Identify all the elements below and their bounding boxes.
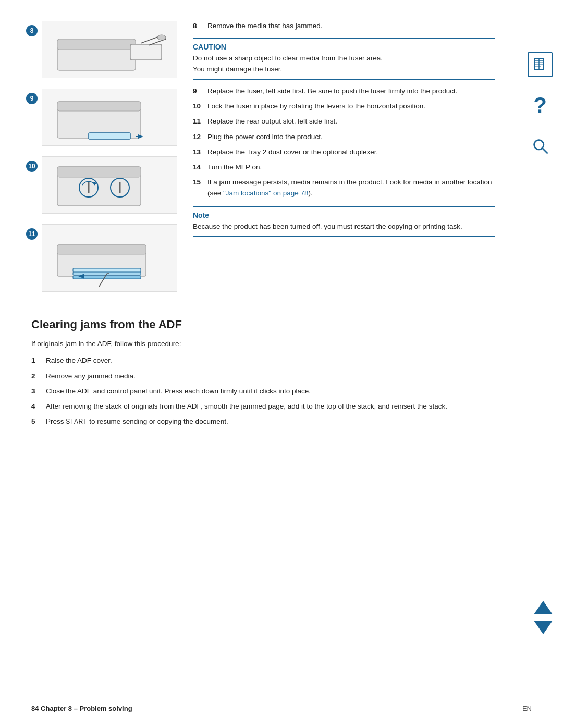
adf-section-heading: Clearing jams from the ADF xyxy=(31,318,495,331)
step-8-image: 8 xyxy=(31,21,177,78)
note-title: Note xyxy=(193,211,495,219)
step-10-illustration xyxy=(42,156,177,214)
left-column: 8 9 xyxy=(31,21,177,302)
step-8-text: 8 Remove the media that has jammed. xyxy=(193,21,495,31)
adf-step-1: 1 Raise the ADF cover. xyxy=(31,355,495,366)
question-icon-box[interactable]: ? xyxy=(528,93,553,118)
main-content: 8 9 xyxy=(31,21,532,302)
note-box: Note Because the product has been turned… xyxy=(193,206,495,237)
footer-language: EN xyxy=(522,705,532,712)
caution-text: Do not use a sharp object to clear media… xyxy=(193,53,495,75)
svg-rect-16 xyxy=(89,133,130,139)
adf-section-intro: If originals jam in the ADF, follow this… xyxy=(31,339,495,349)
step-9-illustration xyxy=(42,89,177,146)
step-12-text: 12 Plug the power cord into the product. xyxy=(193,132,495,142)
adf-section: Clearing jams from the ADF If originals … xyxy=(31,318,532,427)
question-icon: ? xyxy=(533,94,547,116)
svg-rect-15 xyxy=(57,102,141,111)
book-icon xyxy=(532,57,548,72)
steps-9-15: 9 Replace the fuser, left side first. Be… xyxy=(193,86,495,199)
search-icon-box[interactable] xyxy=(528,133,553,158)
svg-rect-10 xyxy=(130,44,162,60)
start-label: Start xyxy=(66,418,87,425)
step-15-text: 15 If a jam message persists, media rema… xyxy=(193,177,495,199)
arrow-up-icon[interactable] xyxy=(534,601,553,614)
svg-point-13 xyxy=(157,35,166,40)
step-11-image: 11 xyxy=(31,224,177,292)
adf-step-4: 4 After removing the stack of originals … xyxy=(31,401,495,412)
jam-locations-link[interactable]: "Jam locations" on page 78 xyxy=(223,189,308,197)
step-10-text: 10 Lock the fuser in place by rotating t… xyxy=(193,101,495,112)
step-11-text: 11 Replace the rear output slot, left si… xyxy=(193,116,495,127)
arrow-down-icon[interactable] xyxy=(534,621,553,634)
adf-step-2: 2 Remove any jammed media. xyxy=(31,371,495,381)
search-icon xyxy=(531,137,549,155)
step-9-image: 9 xyxy=(31,89,177,146)
step-11-badge: 11 xyxy=(26,228,38,240)
svg-rect-28 xyxy=(73,268,141,272)
page-footer: 84 Chapter 8 – Problem solving EN xyxy=(31,700,532,712)
step-8-illustration xyxy=(42,21,177,78)
step-13-text: 13 Replace the Tray 2 dust cover or the … xyxy=(193,147,495,157)
caution-box: CAUTION Do not use a sharp object to cle… xyxy=(193,38,495,80)
step-11-illustration xyxy=(42,224,177,292)
footer-chapter: 84 Chapter 8 – Problem solving xyxy=(31,705,132,712)
svg-rect-20 xyxy=(57,167,141,177)
step-10-badge: 10 xyxy=(26,161,38,172)
step-14-text: 14 Turn the MFP on. xyxy=(193,162,495,172)
right-column: 8 Remove the media that has jammed. CAUT… xyxy=(193,21,532,302)
step-9-badge: 9 xyxy=(26,93,38,104)
sidebar-icons: ? xyxy=(528,52,553,158)
step-10-image: 10 xyxy=(31,156,177,214)
step-9-text: 9 Replace the fuser, left side first. Be… xyxy=(193,86,495,96)
caution-title: CAUTION xyxy=(193,43,495,51)
svg-rect-9 xyxy=(57,39,136,50)
adf-step-5: 5 Press Start to resume sending or copyi… xyxy=(31,416,495,427)
book-icon-box[interactable] xyxy=(528,52,553,77)
svg-line-7 xyxy=(543,149,547,153)
step-8-badge: 8 xyxy=(26,25,38,36)
svg-rect-27 xyxy=(57,245,146,254)
note-text: Because the product has been turned off,… xyxy=(193,221,495,232)
nav-arrows xyxy=(534,601,553,634)
adf-step-3: 3 Close the ADF and control panel unit. … xyxy=(31,386,495,397)
